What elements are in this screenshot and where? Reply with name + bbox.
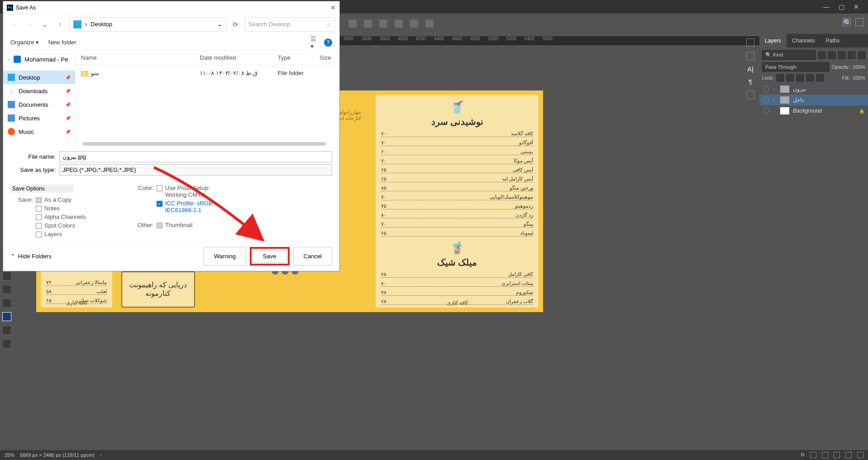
fill-value[interactable]: 100% [853, 75, 865, 81]
tab-channels[interactable]: Channels [787, 34, 820, 47]
filter-icon[interactable] [848, 52, 855, 59]
layer-row[interactable]: Background 🔒 [759, 105, 868, 116]
chevron-up-icon: ⌃ [10, 253, 15, 260]
tool-icon[interactable] [2, 299, 11, 308]
search-input[interactable]: Search Desktop ⌕ [244, 17, 335, 32]
tool-icon[interactable] [2, 339, 11, 348]
back-button[interactable]: ← [8, 18, 20, 31]
fx-icon[interactable]: fx [801, 452, 805, 458]
filter-icon[interactable] [858, 52, 865, 59]
lock-icon[interactable] [787, 74, 794, 81]
address-bar[interactable]: › Desktop ⌄ [69, 17, 226, 32]
lock-icon[interactable] [777, 74, 784, 81]
char-icon[interactable]: A| [747, 66, 754, 73]
forward-button[interactable]: → [23, 18, 36, 31]
checkbox-thumb[interactable]: ✓ [157, 223, 162, 228]
col-date[interactable]: Date modified [194, 51, 272, 65]
refresh-button[interactable]: ⟳ [229, 18, 242, 31]
sidebar-item-pictures[interactable]: Pictures📌 [3, 111, 75, 125]
workspace-icon[interactable] [855, 18, 863, 26]
sidebar-item-downloads[interactable]: ↓ Downloads📌 [3, 84, 75, 98]
tool-icon[interactable] [2, 326, 11, 335]
opacity-value[interactable]: 100% [853, 64, 865, 70]
history-icon[interactable] [746, 38, 754, 47]
status-icon[interactable] [810, 452, 816, 458]
tab-layers[interactable]: Layers [759, 34, 787, 47]
layer-row[interactable]: › بیرون [759, 84, 868, 95]
slogan: دریایی که راهیمونت کنارمونه [128, 280, 188, 298]
sidebar-item-music[interactable]: Music📌 [3, 125, 75, 138]
checkbox-alpha[interactable] [36, 214, 42, 220]
layer-row[interactable]: › داخل [759, 95, 868, 105]
recent-button[interactable]: ⌄ [38, 18, 51, 31]
option-icon[interactable] [348, 19, 357, 28]
path-segment[interactable]: Desktop [91, 21, 112, 28]
lock-icon[interactable] [796, 74, 804, 81]
dialog-titlebar: Ps Save As ✕ [3, 1, 339, 14]
tool-icon[interactable] [2, 285, 11, 294]
close-icon[interactable]: ✕ [854, 3, 859, 10]
chevron-icon[interactable]: › [773, 97, 777, 103]
file-row[interactable]: منو ۱۱:۰۸ ق.ظ ۱۴۰۳/۰۲/۰۸ File folder [76, 65, 339, 81]
help-icon[interactable]: ? [324, 38, 332, 47]
status-icon[interactable] [834, 452, 840, 458]
option-icon[interactable] [395, 19, 403, 28]
status-icon[interactable] [845, 452, 852, 458]
organize-button[interactable]: Organize ▾ [10, 39, 39, 46]
hide-folders-button[interactable]: ⌃ Hide Folders [10, 253, 52, 260]
warning-button[interactable]: Warning [204, 247, 246, 266]
option-icon[interactable] [364, 19, 372, 28]
para-icon[interactable]: ¶ [749, 78, 752, 85]
new-folder-button[interactable]: New folder [48, 39, 76, 46]
visibility-icon[interactable] [763, 86, 769, 92]
view-icon[interactable]: ☰ ▾ [310, 39, 318, 46]
visibility-icon[interactable] [763, 108, 769, 114]
kind-dropdown[interactable]: 🔍 Kind [762, 50, 816, 60]
option-icon[interactable] [425, 19, 434, 28]
savetype-dropdown[interactable]: JPEG (*.JPG;*.JPEG;*.JPE) [59, 164, 332, 175]
maximize-icon[interactable]: ▢ [839, 3, 844, 10]
cancel-button[interactable]: Cancel [293, 247, 332, 266]
search-icon[interactable]: 🔍 [843, 18, 851, 26]
filename-input[interactable] [59, 151, 332, 162]
status-icon[interactable] [822, 452, 828, 458]
cup-icon: 🥤 [381, 100, 533, 114]
sidebar-item-documents[interactable]: Documents📌 [3, 98, 75, 111]
minimize-icon[interactable]: — [823, 3, 830, 10]
save-button[interactable]: Save [253, 250, 287, 263]
blend-dropdown[interactable]: Pass Through [762, 62, 829, 71]
zoom-level[interactable]: 25% [5, 452, 14, 458]
tab-paths[interactable]: Paths [820, 34, 845, 47]
col-size[interactable]: Size [314, 51, 339, 65]
lock-icon[interactable] [806, 74, 814, 81]
checkbox-proof[interactable] [157, 185, 162, 191]
visibility-icon[interactable] [763, 97, 769, 103]
trash-icon[interactable] [857, 452, 863, 458]
comment-icon[interactable] [746, 52, 754, 60]
pin-icon: 📌 [65, 116, 71, 121]
filter-icon[interactable] [838, 52, 845, 59]
filter-icon[interactable] [818, 52, 825, 59]
option-icon[interactable] [379, 19, 387, 28]
scrollbar[interactable] [83, 142, 326, 146]
checkbox-icc[interactable]: ✓ [157, 201, 162, 207]
lock-icon[interactable] [816, 74, 824, 81]
brand-logo: کافه کناری [376, 300, 539, 306]
checkbox-ascopy[interactable]: ✓ [36, 197, 42, 203]
checkbox-layers[interactable] [36, 232, 42, 237]
col-type[interactable]: Type [272, 51, 314, 65]
tool-icon[interactable] [2, 271, 11, 280]
picture-icon [8, 114, 15, 122]
filter-icon[interactable] [828, 52, 835, 59]
col-name[interactable]: Name [76, 51, 194, 65]
sidebar-item-desktop[interactable]: Desktop📌 [3, 71, 75, 84]
close-icon[interactable]: ✕ [330, 4, 336, 11]
lib-icon[interactable] [746, 91, 754, 99]
up-button[interactable]: ↑ [54, 18, 67, 31]
option-icon[interactable] [410, 19, 418, 28]
sidebar-item-onedrive[interactable]: › Mohammad - Pe [3, 52, 75, 66]
checkbox-spot[interactable] [36, 223, 42, 229]
chevron-icon[interactable]: › [773, 86, 777, 92]
checkbox-notes[interactable] [36, 206, 42, 212]
foreground-color[interactable] [2, 312, 11, 321]
